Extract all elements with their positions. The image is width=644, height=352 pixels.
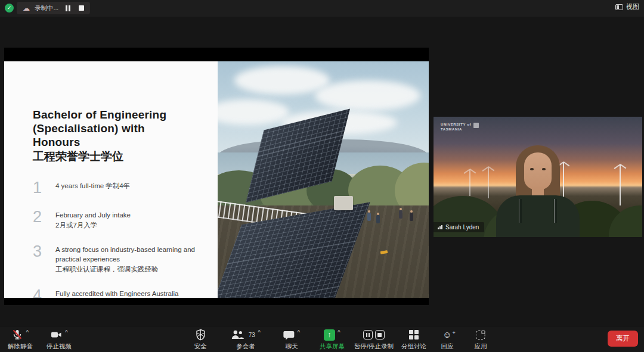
apps-label: 应用 bbox=[475, 342, 487, 351]
unmute-label: 解除静音 bbox=[8, 342, 33, 351]
shared-screen-area: Bachelor of Engineering (Specialisation)… bbox=[4, 48, 429, 305]
list-item-line: February and July intake bbox=[55, 210, 131, 220]
pause-stop-recording-button[interactable]: 暂停/停止录制 bbox=[354, 329, 394, 351]
list-item-line: Fully accredited with Engineers Australi… bbox=[55, 289, 178, 298]
breakout-label: 分组讨论 bbox=[401, 342, 426, 351]
list-item-line: 工程职业认证课程，强调实践经验 bbox=[55, 264, 206, 275]
photo-person bbox=[399, 210, 402, 219]
share-screen-icon: ↑ bbox=[324, 329, 335, 341]
slide-title-zh: 工程荣誉学士学位 bbox=[33, 149, 206, 164]
apps-icon bbox=[476, 331, 485, 339]
security-label: 安全 bbox=[194, 342, 207, 351]
stop-video-label: 停止视频 bbox=[47, 342, 72, 351]
wind-turbine-icon bbox=[620, 165, 621, 206]
leave-meeting-button[interactable]: 离开 bbox=[608, 331, 638, 347]
participant-video-person bbox=[493, 145, 583, 237]
list-item-text: 4 years full-time 学制4年 bbox=[55, 180, 130, 196]
chevron-up-icon[interactable]: ^ bbox=[297, 329, 300, 335]
photo-person bbox=[367, 213, 371, 221]
chevron-up-icon[interactable]: ^ bbox=[26, 329, 29, 335]
list-item-line: 2月或7月入学 bbox=[55, 220, 131, 230]
university-tasmania-logo: UNIVERSITY of TASMANIA bbox=[441, 123, 479, 132]
list-item-number: 1 bbox=[33, 180, 45, 196]
list-item: 4 Fully accredited with Engineers Austra… bbox=[33, 288, 206, 298]
reactions-label: 回应 bbox=[441, 342, 454, 351]
photo-person bbox=[376, 215, 380, 223]
meeting-toolbar: ^ 解除静音 ^ 停止视频 安全 bbox=[0, 326, 644, 352]
apps-button[interactable]: 应用 bbox=[475, 329, 487, 351]
list-item-text: Fully accredited with Engineers Australi… bbox=[55, 288, 178, 298]
stop-recording-icon[interactable] bbox=[375, 330, 385, 339]
camera-icon bbox=[50, 329, 63, 341]
chat-bubble-icon bbox=[283, 329, 295, 341]
connection-signal-icon bbox=[438, 225, 442, 229]
slide-title-en: Bachelor of Engineering (Specialisation)… bbox=[33, 108, 194, 149]
zoom-meeting-window: ✓ ☁ 录制中... 视图 Bachelor of Engineering (S… bbox=[0, 0, 644, 352]
photo-person bbox=[410, 213, 413, 221]
chevron-up-icon[interactable]: ^ bbox=[65, 329, 68, 335]
recording-status-label: 录制中... bbox=[35, 4, 58, 13]
view-button[interactable]: 视图 bbox=[615, 2, 639, 11]
microphone-muted-icon bbox=[11, 329, 23, 341]
recording-indicator: ☁ 录制中... bbox=[17, 2, 90, 14]
slide-bullet-list: 1 4 years full-time 学制4年 2 February and … bbox=[33, 180, 206, 298]
unmute-button[interactable]: ^ 解除静音 bbox=[8, 329, 33, 351]
list-item-text: A strong focus on industry-based learnin… bbox=[55, 244, 206, 275]
participant-name-tag: Sarah Lyden bbox=[434, 222, 484, 232]
slide-photo-rooftop-solar bbox=[218, 61, 429, 298]
shield-icon bbox=[195, 329, 206, 341]
security-button[interactable]: 安全 bbox=[194, 329, 207, 351]
record-control-label: 暂停/停止录制 bbox=[354, 342, 394, 351]
stop-video-button[interactable]: ^ 停止视频 bbox=[47, 329, 72, 351]
university-emblem-icon bbox=[473, 123, 479, 128]
breakout-grid-icon bbox=[409, 330, 419, 339]
share-screen-button[interactable]: ↑ ^ 共享屏幕 bbox=[320, 329, 345, 351]
logo-text-line: UNIVERSITY of bbox=[441, 123, 471, 127]
wind-turbine-icon bbox=[469, 170, 470, 196]
wind-turbine-icon bbox=[488, 167, 489, 199]
top-bar: ✓ ☁ 录制中... 视图 bbox=[0, 0, 644, 17]
participants-icon bbox=[231, 329, 245, 340]
logo-text-line: TASMANIA bbox=[441, 127, 471, 132]
list-item-text: February and July intake 2月或7月入学 bbox=[55, 209, 131, 230]
speaker-video-tile[interactable]: UNIVERSITY of TASMANIA Sarah Lyden bbox=[434, 117, 642, 237]
breakout-rooms-button[interactable]: 分组讨论 bbox=[401, 329, 426, 351]
stop-recording-icon[interactable] bbox=[79, 5, 84, 11]
pause-recording-icon[interactable] bbox=[363, 330, 373, 339]
view-button-label: 视图 bbox=[626, 2, 639, 11]
photo-ac-unit bbox=[334, 196, 353, 210]
participant-name: Sarah Lyden bbox=[445, 224, 479, 230]
pause-recording-icon[interactable] bbox=[66, 5, 70, 11]
cloud-recording-icon: ☁ bbox=[23, 5, 30, 12]
list-item-number: 2 bbox=[33, 209, 45, 230]
slide-text-panel: Bachelor of Engineering (Specialisation)… bbox=[4, 61, 218, 298]
reaction-smiley-icon: ☺ bbox=[442, 329, 451, 340]
list-item: 1 4 years full-time 学制4年 bbox=[33, 180, 206, 196]
list-item-line: A strong focus on industry-based learnin… bbox=[55, 245, 206, 264]
chevron-up-icon[interactable]: ^ bbox=[338, 329, 340, 335]
chat-label: 聊天 bbox=[285, 342, 298, 351]
participants-count: 73 bbox=[249, 332, 255, 338]
security-verified-icon: ✓ bbox=[5, 4, 14, 13]
list-item-number: 4 bbox=[33, 288, 45, 298]
share-screen-label: 共享屏幕 bbox=[320, 342, 345, 351]
list-item: 2 February and July intake 2月或7月入学 bbox=[33, 209, 206, 230]
chat-button[interactable]: ^ 聊天 bbox=[283, 329, 300, 351]
reactions-button[interactable]: ☺ 回应 bbox=[441, 329, 454, 351]
chevron-up-icon[interactable]: ^ bbox=[258, 329, 261, 335]
participants-button[interactable]: 73 ^ 参会者 bbox=[231, 329, 261, 351]
presentation-slide: Bachelor of Engineering (Specialisation)… bbox=[4, 61, 429, 298]
participants-label: 参会者 bbox=[236, 342, 255, 351]
list-item-number: 3 bbox=[33, 244, 45, 275]
list-item: 3 A strong focus on industry-based learn… bbox=[33, 244, 206, 275]
list-item-line: 4 years full-time 学制4年 bbox=[55, 181, 130, 191]
view-layout-icon bbox=[615, 4, 623, 10]
